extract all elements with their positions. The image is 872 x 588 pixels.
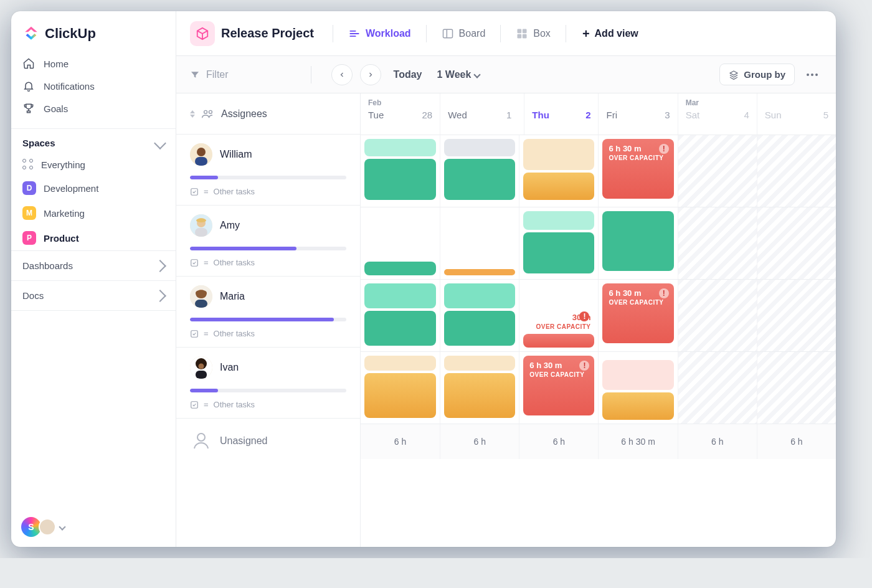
- sidebar-space-development[interactable]: D Development: [11, 176, 176, 201]
- assignee-name: Amy: [220, 220, 240, 231]
- day-header-weekend[interactable]: . Sun5: [757, 93, 836, 135]
- today-button[interactable]: Today: [394, 69, 422, 80]
- day-num: 3: [665, 110, 670, 120]
- assignee-row-unassigned[interactable]: Unasigned: [176, 419, 360, 463]
- assignee-row[interactable]: Amy =Other tasks: [176, 206, 360, 277]
- assignee-row[interactable]: Ivan =Other tasks: [176, 348, 360, 419]
- workload-cell[interactable]: [361, 135, 440, 207]
- chevron-down-icon: [59, 523, 65, 530]
- day-name: Sun: [765, 110, 782, 120]
- nav-home[interactable]: Home: [11, 52, 176, 75]
- workload-cell[interactable]: 6 h 30 mOVER CAPACITY!: [598, 280, 677, 351]
- day-header-weekend[interactable]: Mar Sat4: [678, 93, 757, 135]
- month-label: Feb: [368, 98, 432, 107]
- view-workload[interactable]: Workload: [343, 24, 416, 44]
- sidebar-docs[interactable]: Docs: [11, 280, 176, 311]
- workload-cell[interactable]: [440, 135, 519, 207]
- avatar: [190, 356, 212, 379]
- task-list-icon: [190, 187, 199, 196]
- workload-rows: 6 h 30 mOVER CAPACITY!: [361, 135, 836, 547]
- other-tasks-toggle[interactable]: =Other tasks: [190, 258, 346, 267]
- workload-cell[interactable]: [440, 280, 519, 351]
- section-label: Docs: [22, 290, 44, 301]
- assignee-row[interactable]: Maria =Other tasks: [176, 277, 360, 348]
- other-tasks-toggle[interactable]: =Other tasks: [190, 187, 346, 196]
- workload-cell[interactable]: 30 m OVER CAPACITY !: [519, 280, 598, 351]
- project-icon[interactable]: [190, 21, 215, 46]
- box-icon: [516, 27, 528, 40]
- task-list-icon: [190, 258, 199, 267]
- workload-cell-weekend: [757, 280, 836, 351]
- primary-nav: Home Notifications Goals: [11, 52, 176, 128]
- nav-label: Home: [44, 59, 69, 69]
- day-num: 5: [823, 110, 828, 120]
- workload-cell[interactable]: [361, 352, 440, 424]
- sidebar-space-product[interactable]: P Product: [11, 225, 176, 250]
- workload-cell[interactable]: [361, 207, 440, 279]
- workload-cell[interactable]: 6 h 30 mOVER CAPACITY!: [598, 135, 677, 207]
- other-tasks-toggle[interactable]: =Other tasks: [190, 400, 346, 409]
- view-board[interactable]: Board: [437, 24, 491, 44]
- prev-button[interactable]: [331, 64, 353, 85]
- chevron-down-icon: [154, 137, 166, 149]
- layers-icon: [729, 70, 739, 80]
- avatar: [190, 143, 212, 166]
- day-header[interactable]: . Fri3: [598, 93, 677, 135]
- nav-goals[interactable]: Goals: [11, 97, 176, 120]
- workload-row: [361, 207, 836, 279]
- chevron-right-icon: [154, 260, 166, 272]
- sidebar-space-marketing[interactable]: M Marketing: [11, 201, 176, 225]
- space-label: Marketing: [44, 208, 85, 219]
- workload-cell[interactable]: [440, 207, 519, 279]
- spaces-header[interactable]: Spaces: [11, 128, 176, 153]
- brand-name: ClickUp: [45, 26, 96, 42]
- assignees-header[interactable]: Assignees: [176, 93, 360, 135]
- svg-point-6: [209, 110, 212, 113]
- view-box[interactable]: Box: [511, 24, 556, 44]
- space-label: Product: [44, 233, 79, 244]
- svg-rect-2: [523, 29, 527, 33]
- sidebar-dashboards[interactable]: Dashboards: [11, 250, 176, 280]
- over-capacity-block: 30 m OVER CAPACITY !: [523, 313, 594, 334]
- more-button[interactable]: [802, 65, 822, 85]
- day-name: Thu: [532, 110, 549, 120]
- over-label: OVER CAPACITY: [527, 323, 590, 330]
- group-by-button[interactable]: Group by: [719, 64, 795, 85]
- next-button[interactable]: [360, 64, 381, 85]
- progress-bar: [190, 247, 346, 250]
- workload-cell[interactable]: [598, 207, 677, 279]
- other-tasks-label: Other tasks: [214, 187, 255, 196]
- sidebar-everything[interactable]: Everything: [11, 153, 176, 176]
- other-tasks-toggle[interactable]: =Other tasks: [190, 329, 346, 338]
- workload-cell[interactable]: [361, 280, 440, 351]
- workload-cell[interactable]: [519, 207, 598, 279]
- sidebar-footer[interactable]: S: [11, 507, 176, 547]
- day-num: 2: [585, 110, 590, 120]
- user-avatar-2: [39, 518, 56, 536]
- logo[interactable]: ClickUp: [11, 11, 176, 52]
- filter-button[interactable]: Filter: [190, 69, 229, 80]
- topbar: Release Project Workload Board Box + Add…: [176, 11, 836, 56]
- project-title: Release Project: [221, 26, 314, 40]
- workload-icon: [348, 27, 361, 40]
- nav-label: Goals: [44, 103, 68, 114]
- day-header-today[interactable]: . Thu2: [524, 93, 598, 135]
- workload-cell[interactable]: [598, 352, 677, 424]
- range-select[interactable]: 1 Week: [437, 69, 480, 80]
- nav-notifications[interactable]: Notifications: [11, 75, 176, 97]
- assignee-row[interactable]: William =Other tasks: [176, 135, 360, 206]
- day-name: Fri: [606, 110, 617, 120]
- chevron-left-icon: [338, 71, 346, 78]
- workload-cell[interactable]: [440, 352, 519, 424]
- day-header[interactable]: Feb Tue28: [361, 93, 440, 135]
- main: Release Project Workload Board Box + Add…: [176, 11, 836, 547]
- day-header[interactable]: . Wed1: [440, 93, 519, 135]
- add-view-button[interactable]: + Add view: [582, 27, 638, 40]
- svg-point-21: [199, 364, 204, 369]
- svg-rect-14: [191, 259, 198, 266]
- workload-cell[interactable]: 6 h 30 mOVER CAPACITY!: [519, 352, 598, 424]
- workload-grid: Assignees William =Other tasks: [176, 93, 836, 547]
- workload-cell[interactable]: [519, 135, 598, 207]
- day-num: 4: [744, 110, 749, 120]
- day-name: Wed: [448, 110, 467, 120]
